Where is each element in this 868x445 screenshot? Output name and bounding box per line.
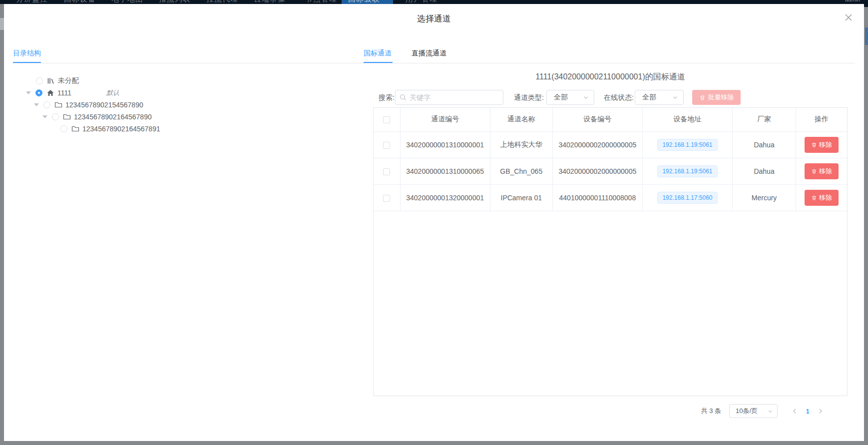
nav-item-4[interactable]: 推流列表 (159, 0, 191, 4)
nav-item-6[interactable]: 云端录像 (254, 0, 286, 4)
search-icon (400, 94, 407, 101)
tabs-divider (13, 63, 855, 63)
next-page-icon[interactable] (815, 408, 827, 414)
search-input[interactable] (410, 93, 499, 101)
batch-remove-label: 批量移除 (708, 93, 734, 102)
remove-button[interactable]: 移除 (805, 163, 839, 179)
device-address-tag: 192.168.1.17:5060 (657, 192, 717, 204)
nav-item-2[interactable]: 国标设备 (64, 0, 96, 4)
col-header-channel-name: 通道名称 (490, 108, 552, 131)
cell-vendor: Mercury (733, 184, 796, 211)
channel-type-label: 通道类型: (514, 90, 544, 105)
tab-active-underline-left (13, 62, 41, 63)
table-row: 34020000001310000065 GB_Chn_065 34020000… (374, 158, 847, 184)
cell-vendor: Dahua (733, 158, 796, 184)
tab-gb-channels[interactable]: 国标通道 (364, 49, 392, 58)
select-channel-dialog: 选择通道 目录结构 国标通道 直播流通道 未分配 1111 默认 (4, 4, 864, 441)
tree-node-label: 12345678902164567891 (82, 125, 160, 133)
chevron-down-icon (768, 409, 773, 414)
row-checkbox[interactable] (383, 195, 390, 202)
nav-user[interactable]: admin (845, 0, 860, 2)
cell-channel-name: GB_Chn_065 (490, 158, 552, 184)
batch-remove-button[interactable]: 批量移除 (692, 90, 741, 105)
close-icon[interactable] (842, 11, 855, 24)
table-row: 34020000001320000001 IPCamera 01 4401000… (374, 184, 847, 211)
trash-icon (811, 142, 817, 148)
device-address-tag: 192.168.1.19:5061 (657, 139, 717, 151)
prev-page-icon[interactable] (789, 408, 801, 414)
radio-unselected[interactable] (60, 125, 67, 132)
table-header-row: 通道编号 通道名称 设备编号 设备地址 厂家 操作 (374, 108, 847, 131)
chevron-down-icon (583, 94, 589, 100)
remove-button[interactable]: 移除 (805, 190, 839, 206)
online-status-select[interactable]: 全部 (635, 90, 684, 105)
page-number[interactable]: 1 (801, 408, 815, 415)
tree-node-unassigned[interactable]: 未分配 (4, 75, 329, 87)
page-size-select[interactable]: 10条/页 (729, 404, 778, 418)
folder-icon (71, 125, 79, 133)
caret-down-icon[interactable] (42, 115, 47, 118)
background-page-fragment (0, 18, 4, 30)
col-header-vendor: 厂家 (733, 108, 796, 131)
tree-node-label: 12345678902164567890 (74, 113, 152, 121)
col-header-actions: 操作 (796, 108, 847, 131)
cell-channel-name: IPCamera 01 (490, 184, 552, 211)
cell-channel-id: 34020000001320000001 (400, 184, 490, 211)
remove-label: 移除 (819, 140, 832, 149)
nav-item-9[interactable]: 用户管理 (406, 0, 437, 4)
top-navbar: 分屏监控 国标设备 电子地图 推流列表 拉流代理 云端录像 节点管理 国标级联 … (0, 0, 868, 4)
trash-icon (699, 94, 706, 101)
channel-type-value: 全部 (554, 93, 568, 102)
device-address-tag: 192.168.1.19:5061 (657, 165, 717, 177)
channel-table: 通道编号 通道名称 设备编号 设备地址 厂家 操作 34020000001310… (374, 108, 847, 211)
background-page-fragment (865, 27, 868, 45)
total-count: 共 3 条 (701, 407, 721, 416)
remove-label: 移除 (819, 167, 832, 176)
remove-button[interactable]: 移除 (805, 137, 839, 153)
col-header-channel-id: 通道编号 (400, 108, 490, 131)
nav-item-7[interactable]: 节点管理 (305, 0, 337, 4)
cell-channel-id: 34020000001310000065 (400, 158, 490, 184)
pagination: 共 3 条 10条/页 1 (701, 404, 827, 418)
col-header-device-address: 设备地址 (642, 108, 732, 131)
radio-unselected[interactable] (52, 113, 59, 120)
search-input-wrapper[interactable] (395, 90, 503, 105)
remove-label: 移除 (819, 193, 832, 202)
col-header-device-id: 设备编号 (552, 108, 642, 131)
online-status-label: 在线状态: (604, 90, 634, 105)
cell-channel-name: 上地科实大华 (490, 131, 552, 158)
nav-item-3[interactable]: 电子地图 (111, 0, 143, 4)
nav-item-active[interactable]: 国标级联 (348, 0, 380, 4)
nav-item-5[interactable]: 拉流代理 (206, 0, 238, 4)
channel-type-select[interactable]: 全部 (546, 90, 594, 105)
radio-unselected[interactable] (36, 77, 43, 84)
cell-device-id: 34020000002000000005 (552, 131, 642, 158)
tab-active-underline-gb (364, 62, 393, 63)
cell-device-id: 44010000001110008008 (552, 184, 642, 211)
dialog-title: 选择通道 (4, 13, 864, 24)
tree-node-label: 未分配 (58, 76, 79, 85)
search-label: 搜索: (379, 90, 395, 105)
trash-icon (811, 195, 817, 201)
nav-item-1[interactable]: 分屏监控 (16, 0, 48, 4)
online-status-value: 全部 (642, 93, 656, 102)
table-row: 34020000001310000001 上地科实大华 340200000020… (374, 131, 847, 158)
tree-node-folder-2[interactable]: 12345678902164567890 (4, 111, 329, 123)
tree-node-folder-3[interactable]: 12345678902164567891 (4, 123, 329, 135)
directory-tree: 未分配 1111 默认 12345678902154567890 (4, 75, 329, 135)
library-icon (47, 77, 55, 85)
row-checkbox[interactable] (383, 142, 390, 149)
chevron-down-icon (672, 94, 678, 100)
channel-list-heading: 1111(34020000002110000001)的国标通道 (373, 72, 848, 82)
channel-table-container: 通道编号 通道名称 设备编号 设备地址 厂家 操作 34020000001310… (373, 107, 848, 396)
tab-live-stream-channels[interactable]: 直播流通道 (412, 49, 446, 58)
folder-icon (63, 113, 71, 121)
cell-device-id: 34020000002000000005 (552, 158, 642, 184)
row-checkbox[interactable] (383, 168, 390, 175)
page-size-value: 10条/页 (736, 407, 758, 416)
filters-row: 搜索: 通道类型: 全部 在线状态: 全部 批量移除 (4, 90, 864, 105)
cell-vendor: Dahua (733, 131, 796, 158)
trash-icon (811, 168, 817, 174)
tab-directory-structure[interactable]: 目录结构 (13, 49, 41, 58)
select-all-checkbox[interactable] (383, 116, 390, 123)
